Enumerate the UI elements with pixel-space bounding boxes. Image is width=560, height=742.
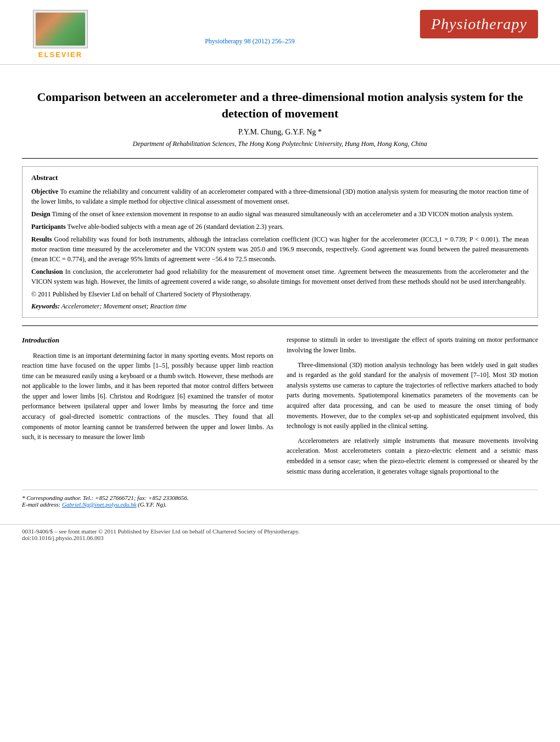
- keywords: Keywords: Accelerometer; Movement onset;…: [31, 302, 529, 311]
- keywords-text: Accelerometer; Movement onset; Reaction …: [60, 302, 187, 310]
- divider-2: [22, 325, 538, 326]
- abstract-body: Objective To examine the reliability and…: [31, 187, 529, 299]
- abstract-heading: Abstract: [31, 173, 529, 182]
- email-address[interactable]: Gabriel.Ng@inet.polyu.edu.hk: [62, 501, 136, 508]
- article-title: Comparison between an accelerometer and …: [22, 89, 538, 121]
- conclusion-label: Conclusion: [31, 268, 63, 276]
- participants-text: Twelve able-bodied subjects with a mean …: [66, 223, 284, 231]
- keywords-label: Keywords:: [31, 302, 60, 310]
- left-column: Introduction Reaction time is an importa…: [22, 335, 273, 481]
- physio-brand: Physiotherapy: [401, 10, 538, 38]
- intro-para1: Reaction time is an important determinin…: [22, 351, 273, 442]
- abstract-copyright: © 2011 Published by Elsevier Ltd on beha…: [31, 289, 529, 299]
- right-para1: response to stimuli in order to investig…: [287, 335, 538, 355]
- footnote-email: E-mail address: Gabriel.Ng@inet.polyu.ed…: [22, 501, 538, 508]
- abstract-conclusion: Conclusion In conclusion, the accelerome…: [31, 267, 529, 286]
- elsevier-label: ELSEVIER: [38, 50, 82, 59]
- results-text: Good reliability was found for both inst…: [31, 235, 529, 263]
- results-label: Results: [31, 235, 52, 243]
- right-para3: Accelerometers are relatively simple ins…: [287, 436, 538, 476]
- main-content: Comparison between an accelerometer and …: [0, 65, 560, 519]
- journal-citation: Physiotherapy 98 (2012) 256–259: [205, 37, 295, 45]
- abstract-results: Results Good reliability was found for b…: [31, 234, 529, 264]
- objective-text: To examine the reliability and concurren…: [31, 188, 529, 205]
- issn-line: 0031-9406/$ – see front matter © 2011 Pu…: [22, 528, 538, 535]
- design-label: Design: [31, 210, 51, 218]
- footnote-star: * Corresponding author. Tel.: +852 27666…: [22, 494, 538, 501]
- abstract-objective: Objective To examine the reliability and…: [31, 187, 529, 206]
- participants-label: Participants: [31, 223, 66, 231]
- conclusion-text: In conclusion, the accelerometer had goo…: [31, 268, 529, 285]
- doi-line: doi:10.1016/j.physio.2011.06.003: [22, 535, 538, 541]
- objective-label: Objective: [31, 188, 58, 195]
- physio-logo: Physiotherapy: [420, 10, 538, 38]
- right-para2: Three-dimensional (3D) motion analysis t…: [287, 360, 538, 431]
- design-text: Timing of the onset of knee extension mo…: [51, 210, 514, 218]
- footnote: * Corresponding author. Tel.: +852 27666…: [22, 490, 538, 508]
- abstract-design: Design Timing of the onset of knee exten…: [31, 209, 529, 219]
- journal-link[interactable]: Physiotherapy 98 (2012) 256–259: [99, 10, 401, 46]
- elsevier-logo: ELSEVIER: [22, 10, 99, 59]
- right-column: response to stimuli in order to investig…: [287, 335, 538, 481]
- email-label: E-mail address:: [22, 501, 60, 508]
- abstract-section: Abstract Objective To examine the reliab…: [22, 166, 538, 318]
- affiliation: Department of Rehabilitation Sciences, T…: [22, 140, 538, 148]
- header: ELSEVIER Physiotherapy 98 (2012) 256–259…: [0, 0, 560, 65]
- intro-heading: Introduction: [22, 335, 273, 346]
- elsevier-logo-image: [33, 10, 88, 48]
- authors: P.Y.M. Chung, G.Y.F. Ng *: [22, 128, 538, 137]
- body-columns: Introduction Reaction time is an importa…: [22, 335, 538, 481]
- divider-1: [22, 158, 538, 159]
- bottom-bar: 0031-9406/$ – see front matter © 2011 Pu…: [0, 524, 560, 544]
- abstract-participants: Participants Twelve able-bodied subjects…: [31, 222, 529, 232]
- page: ELSEVIER Physiotherapy 98 (2012) 256–259…: [0, 0, 560, 742]
- email-suffix: (G.Y.F. Ng).: [138, 501, 166, 508]
